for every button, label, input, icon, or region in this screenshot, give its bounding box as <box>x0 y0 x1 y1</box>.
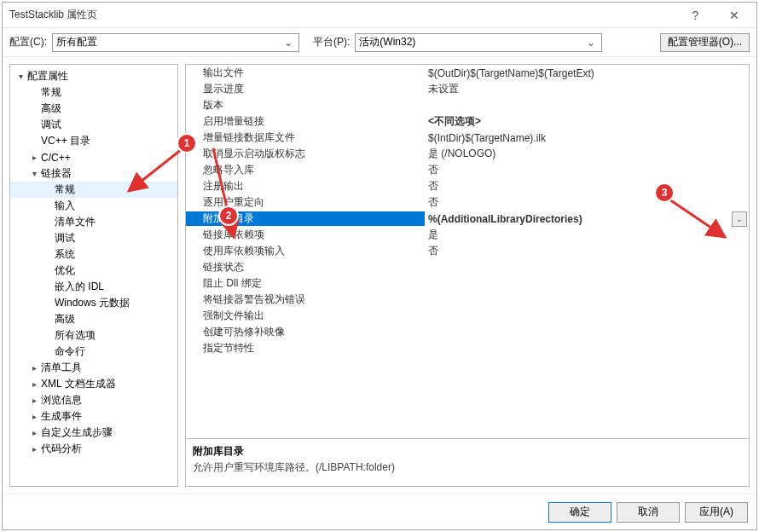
property-name: 创建可热修补映像 <box>186 325 425 339</box>
help-button[interactable]: ? <box>676 3 715 27</box>
property-row[interactable]: 使用库依赖项输入否 <box>186 243 749 259</box>
expander-closed-icon[interactable]: ▸ <box>29 444 39 454</box>
tree-item[interactable]: ▸浏览信息 <box>10 392 177 408</box>
tree-item-label: 清单工具 <box>39 361 82 375</box>
category-tree[interactable]: ▾配置属性常规高级调试VC++ 目录▸C/C++▾链接器常规输入清单文件调试系统… <box>9 64 178 487</box>
tree-item[interactable]: ▸自定义生成步骤 <box>10 425 177 441</box>
tree-item[interactable]: 输入 <box>10 198 177 214</box>
property-name: 强制文件输出 <box>186 309 425 323</box>
tree-item-label: XML 文档生成器 <box>39 377 116 391</box>
tree-item[interactable]: ▸C/C++ <box>10 149 177 165</box>
tree-item-label: 命令行 <box>53 344 85 359</box>
property-name: 增量链接数据库文件 <box>186 130 425 145</box>
property-row[interactable]: 版本 <box>186 97 749 113</box>
property-value[interactable]: <不同选项> <box>425 114 749 129</box>
property-row[interactable]: 强制文件输出 <box>186 308 749 324</box>
property-value[interactable]: 否 <box>425 244 749 258</box>
property-value[interactable]: $(IntDir)$(TargetName).ilk <box>425 132 749 144</box>
tree-item-label: 调试 <box>53 231 75 246</box>
expander-closed-icon[interactable]: ▸ <box>29 379 39 389</box>
configuration-label: 配置(C): <box>9 35 47 49</box>
tree-item-label: 链接器 <box>39 166 72 181</box>
tree-item-label: 生成事件 <box>39 409 82 424</box>
property-row[interactable]: 指定节特性 <box>186 340 749 356</box>
annotation-badge-2: 2 <box>220 207 237 224</box>
property-row[interactable]: 忽略导入库否 <box>186 162 749 178</box>
tree-item-label: 系统 <box>53 247 75 262</box>
property-value[interactable]: 否 <box>425 179 749 194</box>
description-body: 允许用户重写环境库路径。(/LIBPATH:folder) <box>193 460 742 475</box>
expander-open-icon[interactable]: ▾ <box>29 169 39 178</box>
configuration-manager-label: 配置管理器(O)... <box>668 35 742 49</box>
property-value[interactable]: 否 <box>425 163 749 177</box>
configuration-select[interactable]: 所有配置 ⌄ <box>52 33 299 52</box>
tree-item[interactable]: ▸XML 文档生成器 <box>10 376 177 392</box>
configuration-manager-button[interactable]: 配置管理器(O)... <box>660 33 750 52</box>
property-name: 忽略导入库 <box>186 163 425 177</box>
tree-item-label: 清单文件 <box>53 215 96 229</box>
property-row[interactable]: 链接状态 <box>186 259 749 275</box>
tree-item-label: 常规 <box>53 182 75 197</box>
cancel-button[interactable]: 取消 <box>617 502 680 523</box>
tree-item[interactable]: 嵌入的 IDL <box>10 279 177 295</box>
property-row[interactable]: 阻止 Dll 绑定 <box>186 275 749 292</box>
property-pages-dialog: TestStacklib 属性页 ? ✕ 配置(C): 所有配置 ⌄ 平台(P)… <box>2 2 757 530</box>
apply-button[interactable]: 应用(A) <box>685 502 748 523</box>
expander-closed-icon[interactable]: ▸ <box>29 412 39 421</box>
property-value[interactable]: 是 <box>425 228 749 242</box>
property-row[interactable]: 增量链接数据库文件$(IntDir)$(TargetName).ilk <box>186 130 749 146</box>
tree-item[interactable]: 命令行 <box>10 344 177 360</box>
property-row[interactable]: 启用增量链接<不同选项> <box>186 113 749 130</box>
tree-item[interactable]: 常规 <box>10 182 177 198</box>
tree-item[interactable]: 调试 <box>10 230 177 246</box>
property-row[interactable]: 附加库目录%(AdditionalLibraryDirectories)⌄ <box>186 211 749 227</box>
tree-item[interactable]: 系统 <box>10 246 177 263</box>
tree-item[interactable]: 调试 <box>10 117 177 133</box>
ok-button[interactable]: 确定 <box>548 502 611 523</box>
tree-item[interactable]: 高级 <box>10 311 177 327</box>
property-value[interactable]: 未设置 <box>425 82 749 96</box>
tree-item[interactable]: Windows 元数据 <box>10 295 177 311</box>
expander-closed-icon[interactable]: ▸ <box>29 396 39 405</box>
property-row[interactable]: 输出文件$(OutDir)$(TargetName)$(TargetExt) <box>186 65 749 81</box>
expander-open-icon[interactable]: ▾ <box>15 72 26 81</box>
tree-item[interactable]: VC++ 目录 <box>10 133 177 149</box>
tree-item[interactable]: 优化 <box>10 263 177 279</box>
chevron-down-icon: ⌄ <box>281 37 295 49</box>
property-value[interactable]: 否 <box>425 195 749 210</box>
property-value[interactable]: 是 (/NOLOGO) <box>425 147 749 161</box>
tree-item[interactable]: ▸生成事件 <box>10 408 177 425</box>
tree-item[interactable]: 清单文件 <box>10 214 177 230</box>
property-row[interactable]: 将链接器警告视为错误 <box>186 292 749 308</box>
tree-item[interactable]: 高级 <box>10 101 177 117</box>
property-name: 版本 <box>186 98 425 113</box>
property-row[interactable]: 创建可热修补映像 <box>186 324 749 340</box>
config-toolbar: 配置(C): 所有配置 ⌄ 平台(P): 活动(Win32) ⌄ 配置管理器(O… <box>3 28 756 57</box>
property-value[interactable]: $(OutDir)$(TargetName)$(TargetExt) <box>425 67 749 79</box>
tree-item[interactable]: 常规 <box>10 84 177 101</box>
property-name: 链接库依赖项 <box>186 228 425 242</box>
tree-item[interactable]: ▾配置属性 <box>10 68 177 84</box>
main-area: ▾配置属性常规高级调试VC++ 目录▸C/C++▾链接器常规输入清单文件调试系统… <box>3 57 756 494</box>
property-grid[interactable]: 输出文件$(OutDir)$(TargetName)$(TargetExt)显示… <box>185 64 750 439</box>
platform-select[interactable]: 活动(Win32) ⌄ <box>355 33 602 52</box>
property-name: 启用增量链接 <box>186 114 425 129</box>
tree-item[interactable]: ▸代码分析 <box>10 441 177 457</box>
close-button[interactable]: ✕ <box>715 3 753 27</box>
expander-closed-icon[interactable]: ▸ <box>29 428 39 437</box>
tree-item[interactable]: ▸清单工具 <box>10 360 177 376</box>
tree-item[interactable]: ▾链接器 <box>10 165 177 182</box>
dialog-footer: 确定 取消 应用(A) <box>3 494 756 529</box>
tree-item[interactable]: 所有选项 <box>10 327 177 344</box>
tree-item-label: 输入 <box>53 199 75 213</box>
expander-closed-icon[interactable]: ▸ <box>29 363 39 373</box>
configuration-value: 所有配置 <box>56 35 281 49</box>
property-row[interactable]: 取消显示启动版权标志是 (/NOLOGO) <box>186 146 749 162</box>
property-row[interactable]: 显示进度未设置 <box>186 81 749 97</box>
property-dropdown-button[interactable]: ⌄ <box>732 211 747 227</box>
expander-closed-icon[interactable]: ▸ <box>29 153 39 162</box>
property-name: 链接状态 <box>186 260 425 275</box>
chevron-down-icon: ⌄ <box>584 37 598 49</box>
property-row[interactable]: 链接库依赖项是 <box>186 227 749 243</box>
property-value[interactable]: %(AdditionalLibraryDirectories) <box>425 213 732 225</box>
